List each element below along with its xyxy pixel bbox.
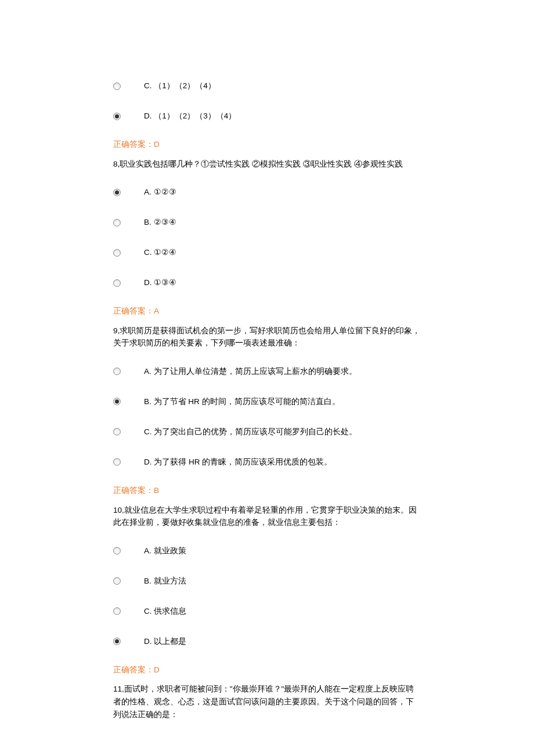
radio-icon[interactable] — [113, 82, 121, 90]
question-text: 9,求职简历是获得面试机会的第一步，写好求职简历也会给用人单位留下良好的印象，关… — [113, 325, 421, 350]
option-list: A. 就业政策B. 就业方法C. 供求信息D. 以上都是 — [113, 543, 421, 650]
option-row[interactable]: B. 为了节省 HR 的时间，简历应该尽可能的简洁直白。 — [113, 394, 421, 410]
radio-icon[interactable] — [113, 189, 121, 196]
radio-icon[interactable] — [113, 607, 121, 615]
option-label: A. 就业政策 — [144, 545, 186, 557]
option-label: D. 以上都是 — [144, 635, 186, 648]
option-label: A. ①②③ — [144, 186, 176, 199]
option-row[interactable]: D. 以上都是 — [113, 633, 421, 650]
option-row[interactable]: C. 供求信息 — [113, 603, 421, 620]
question-text: 11,面试时，求职者可能被问到："你最崇拜谁？"最崇拜的人能在一定程度上反映应聘… — [113, 683, 421, 721]
correct-answer: 正确答案：A — [113, 305, 421, 318]
option-label: C. ①②④ — [144, 246, 176, 259]
option-label: A. 为了让用人单位清楚，简历上应该写上薪水的明确要求。 — [144, 365, 357, 378]
radio-icon[interactable] — [113, 577, 121, 585]
option-label: C. （1）（2）（4） — [144, 80, 216, 92]
option-label: B. ②③④ — [144, 216, 176, 229]
document-page: C. （1）（2）（4）D. （1）（2）（3）（4）正确答案：D8,职业实践包… — [0, 0, 534, 756]
option-list: C. （1）（2）（4）D. （1）（2）（3）（4） — [113, 78, 421, 124]
option-row[interactable]: C. 为了突出自己的优势，简历应该尽可能罗列自己的长处。 — [113, 424, 421, 440]
correct-answer: 正确答案：B — [113, 484, 421, 497]
option-list: A. 为了让用人单位清楚，简历上应该写上薪水的明确要求。B. 为了节省 HR 的… — [113, 363, 421, 470]
option-label: C. 供求信息 — [144, 605, 186, 618]
question-text: 8,职业实践包括哪几种？①尝试性实践 ②模拟性实践 ③职业性实践 ④参观性实践 — [113, 158, 421, 171]
question-text: 10,就业信息在大学生求职过程中有着举足轻重的作用，它贯穿于职业决策的始末。因此… — [113, 504, 421, 529]
radio-icon[interactable] — [113, 547, 121, 555]
radio-icon[interactable] — [113, 428, 121, 435]
correct-answer: 正确答案：D — [113, 664, 421, 676]
option-row[interactable]: A. 为了让用人单位清楚，简历上应该写上薪水的明确要求。 — [113, 363, 421, 380]
radio-icon[interactable] — [113, 638, 121, 645]
option-row[interactable]: B. ②③④ — [113, 214, 421, 231]
radio-icon[interactable] — [113, 398, 121, 405]
option-list: A. ①②③B. ②③④C. ①②④D. ①③④ — [113, 184, 421, 291]
option-row[interactable]: A. 就业政策 — [113, 543, 421, 559]
radio-icon[interactable] — [113, 113, 121, 120]
radio-icon[interactable] — [113, 368, 121, 375]
option-label: D. 为了获得 HR 的青睐，简历应该采用优质的包装。 — [144, 456, 332, 469]
option-label: B. 为了节省 HR 的时间，简历应该尽可能的简洁直白。 — [144, 395, 340, 408]
radio-icon[interactable] — [113, 249, 121, 257]
option-row[interactable]: B. 就业方法 — [113, 573, 421, 589]
option-label: D. ①③④ — [144, 276, 176, 289]
option-label: B. 就业方法 — [144, 575, 186, 588]
radio-icon[interactable] — [113, 219, 121, 226]
radio-icon[interactable] — [113, 458, 121, 466]
option-label: C. 为了突出自己的优势，简历应该尽可能罗列自己的长处。 — [144, 426, 357, 438]
correct-answer: 正确答案：D — [113, 138, 421, 151]
option-row[interactable]: C. （1）（2）（4） — [113, 78, 421, 94]
option-row[interactable]: D. 为了获得 HR 的青睐，简历应该采用优质的包装。 — [113, 454, 421, 470]
option-label: D. （1）（2）（3）（4） — [144, 110, 236, 123]
option-row[interactable]: D. （1）（2）（3）（4） — [113, 108, 421, 124]
option-row[interactable]: D. ①③④ — [113, 275, 421, 291]
radio-icon[interactable] — [113, 279, 121, 287]
option-row[interactable]: C. ①②④ — [113, 244, 421, 261]
option-row[interactable]: A. ①②③ — [113, 184, 421, 200]
